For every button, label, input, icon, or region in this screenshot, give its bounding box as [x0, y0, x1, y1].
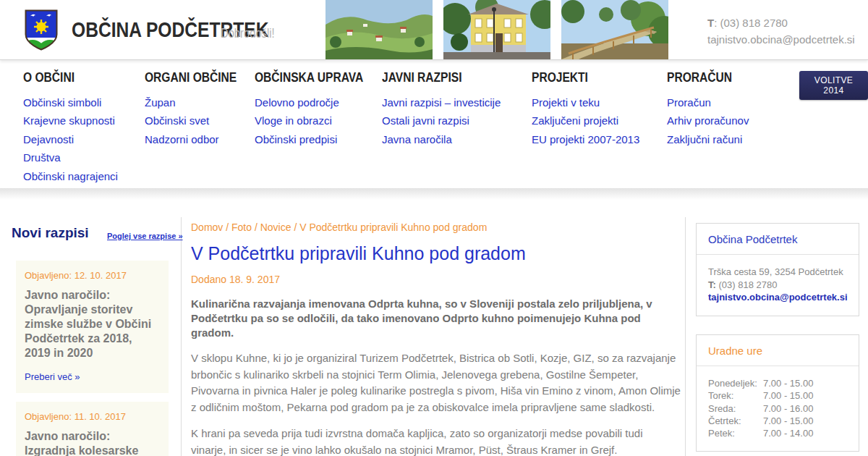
- nav-link-arhiv-proracunov[interactable]: Arhiv proračunov: [667, 114, 749, 127]
- nav-link-dejavnosti[interactable]: Dejavnosti: [23, 133, 74, 145]
- page-title: V Podčetrtku pripravili Kuhno pod gradom: [191, 243, 681, 264]
- sidebar-title: Novi razpisi: [12, 225, 89, 241]
- article-date: Dodano 18. 9. 2017: [191, 274, 681, 285]
- nav-link-obcinski-svet[interactable]: Občinski svet: [145, 114, 209, 127]
- header-photo-strip: [326, 0, 679, 59]
- nav-column-organi-obcine: ORGANI OBČINE Župan Občinski svet Nadzor…: [145, 69, 257, 148]
- nav-link-zakljuceni-projekti[interactable]: Zaključeni projekti: [532, 114, 618, 127]
- nav-link-projekti-v-teku[interactable]: Projekti v teku: [532, 96, 600, 109]
- contact-address: Trška cesta 59, 3254 Podčetrtek: [708, 266, 847, 279]
- nav-link-obcinski-simboli[interactable]: Občinski simboli: [23, 96, 101, 109]
- content-area: Novi razpisi Poglej vse razpise » Objavl…: [0, 205, 868, 456]
- nav-link-nadzorni-odbor[interactable]: Nadzorni odbor: [145, 133, 219, 145]
- nav-link-obcinski-predpisi[interactable]: Občinski predpisi: [255, 133, 337, 145]
- contact-phone: T: (03) 818 2780: [708, 279, 847, 292]
- left-divider: [181, 217, 182, 456]
- nav-link-drustva[interactable]: Društva: [23, 151, 61, 164]
- nav-column-obcinska-uprava: OBČINSKA UPRAVA Delovno področje Vloge i…: [255, 69, 387, 148]
- municipal-coat-of-arms-logo[interactable]: [25, 9, 58, 51]
- nav-heading: JAVNI RAZPISI: [382, 69, 501, 85]
- contact-box: Občina Podčetrtek Trška cesta 59, 3254 P…: [696, 223, 859, 316]
- nav-link-obcinski-nagrajenci[interactable]: Občinski nagrajenci: [23, 170, 118, 182]
- hours-row: Petek:7.00 - 14.00: [708, 427, 847, 439]
- header-email-link[interactable]: tajnistvo.obcina@podcetrtek.si: [707, 33, 855, 46]
- nav-link-vloge-in-obrazci[interactable]: Vloge in obrazci: [255, 114, 332, 127]
- photo-municipal-building: [443, 0, 550, 59]
- contact-box-title: Občina Podčetrtek: [697, 224, 859, 255]
- volitve-2014-button[interactable]: VOLITVE 2014: [799, 71, 868, 100]
- nav-column-o-obcini: O OBČINI Občinski simboli Krajevne skupn…: [23, 69, 118, 185]
- article-lead: Kulinarična razvajanja imenovana Odprta …: [191, 297, 681, 340]
- nav-link-proracun[interactable]: Proračun: [667, 96, 711, 109]
- nav-shadow-divider: [0, 188, 868, 200]
- office-hours-title: Uradne ure: [697, 335, 859, 366]
- nav-heading: ORGANI OBČINE: [145, 69, 257, 85]
- main-navigation: O OBČINI Občinski simboli Krajevne skupn…: [0, 61, 868, 188]
- nav-heading: O OBČINI: [23, 69, 118, 85]
- contact-email-link[interactable]: tajnistvo.obcina@podcetrtek.si: [708, 292, 848, 303]
- nav-link-javni-razpisi-investicije[interactable]: Javni razpisi – investicije: [382, 96, 501, 109]
- nav-column-javni-razpisi: JAVNI RAZPISI Javni razpisi – investicij…: [382, 69, 501, 148]
- right-divider: [685, 217, 686, 456]
- header-phone: T: (03) 818 2780: [707, 14, 855, 31]
- hours-row: Četrtek:7.00 - 15.00: [708, 415, 847, 427]
- article: Domov / Foto / Novice / V Podčetrtku pri…: [191, 205, 681, 456]
- nav-link-krajevne-skupnosti[interactable]: Krajevne skupnosti: [23, 114, 115, 127]
- nav-link-javna-narocila[interactable]: Javna naročila: [382, 133, 452, 145]
- welcome-text: Dobrodošli!: [221, 26, 286, 41]
- header-contact: T: (03) 818 2780 tajnistvo.obcina@podcet…: [707, 14, 855, 48]
- nav-heading: PRORAČUN: [667, 69, 749, 85]
- nav-link-zakljucni-racuni[interactable]: Zaključni računi: [667, 133, 742, 145]
- page: OBČINA PODČETRTEK Dobrodošli!: [0, 0, 868, 456]
- coat-of-arms-icon: [25, 9, 58, 51]
- photo-hillside-landscape: [326, 0, 433, 59]
- nav-column-proracun: PRORAČUN Proračun Arhiv proračunov Zaklj…: [667, 69, 749, 148]
- office-hours-box: Uradne ure Ponedeljek:7.00 - 15.00 Torek…: [696, 334, 859, 452]
- nav-link-zupan[interactable]: Župan: [145, 96, 176, 109]
- breadcrumb[interactable]: Domov / Foto / Novice / V Podčetrtku pri…: [191, 221, 681, 233]
- hours-row: Sreda:7.00 - 16.00: [708, 402, 847, 415]
- photo-wooden-walkway: [561, 0, 668, 59]
- site-header: OBČINA PODČETRTEK Dobrodošli!: [0, 0, 868, 60]
- nav-heading: OBČINSKA UPRAVA: [255, 69, 387, 85]
- nav-link-ostali-javni-razpisi[interactable]: Ostali javni razpisi: [382, 114, 469, 127]
- view-all-razpisi-link[interactable]: Poglej vse razpise »: [107, 232, 183, 240]
- phone-label: T: [707, 17, 714, 29]
- read-more-link[interactable]: Preberi več »: [25, 371, 80, 382]
- hours-row: Torek:7.00 - 15.00: [708, 389, 847, 402]
- nav-link-eu-projekti[interactable]: EU projekti 2007-2013: [532, 133, 639, 145]
- post-title: Javno naročilo: Izgradnja kolesarske pot…: [25, 429, 160, 456]
- hours-row: Ponedeljek:7.00 - 15.00: [708, 377, 847, 389]
- article-paragraph: V sklopu Kuhne, ki jo je organiziral Tur…: [191, 350, 681, 415]
- razpis-card: Objavljeno: 11. 10. 2017 Javno naročilo:…: [16, 402, 169, 456]
- nav-link-delovno-podrocje[interactable]: Delovno področje: [255, 96, 339, 109]
- post-title: Javno naročilo: Opravljanje storitev zim…: [25, 288, 160, 360]
- post-date: Objavljeno: 12. 10. 2017: [25, 270, 160, 281]
- article-paragraph: K hrani pa seveda prija tudi izvrstna do…: [191, 426, 681, 456]
- nav-heading: PROJEKTI: [532, 69, 639, 85]
- nav-column-projekti: PROJEKTI Projekti v teku Zaključeni proj…: [532, 69, 639, 148]
- razpis-card: Objavljeno: 12. 10. 2017 Javno naročilo:…: [16, 261, 169, 393]
- post-date: Objavljeno: 11. 10. 2017: [25, 411, 160, 422]
